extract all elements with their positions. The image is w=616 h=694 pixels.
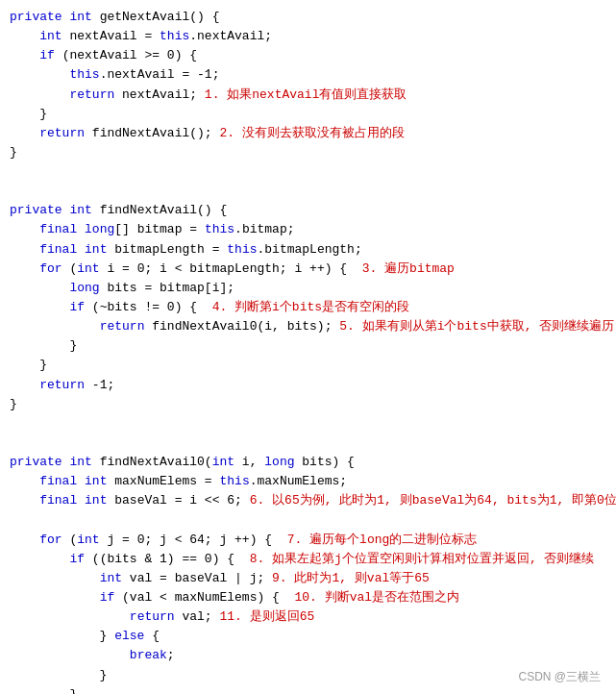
code-line: if (~bits != 0) { 4. 判断第i个bits是否有空闲的段 xyxy=(10,298,606,317)
code-line: return val; 11. 是则返回65 xyxy=(10,607,606,627)
code-line: } xyxy=(10,666,606,685)
code-line: private int getNextAvail() { xyxy=(10,8,606,27)
code-line: return findNextAvail0(i, bits); 5. 如果有则从… xyxy=(10,317,606,336)
code-line: final int bitmapLength = this.bitmapLeng… xyxy=(10,240,606,260)
code-line: int nextAvail = this.nextAvail; xyxy=(10,27,606,46)
code-line: if ((bits & 1) == 0) { 8. 如果左起第j个位置空闲则计算… xyxy=(10,550,606,569)
code-block-3: private int findNextAvail0(int i, long b… xyxy=(10,453,606,694)
code-line: private int findNextAvail() { xyxy=(10,201,606,220)
code-line: final long[] bitmap = this.bitmap; xyxy=(10,220,606,239)
code-line: if (val < maxNumElems) { 10. 判断val是否在范围之… xyxy=(10,588,606,607)
code-line xyxy=(10,510,606,530)
code-line: for (int j = 0; j < 64; j ++) { 7. 遍历每个l… xyxy=(10,531,606,550)
code-line: this.nextAvail = -1; xyxy=(10,65,606,85)
code-line: return -1; xyxy=(10,376,606,395)
code-block-2: private int findNextAvail() { final long… xyxy=(10,201,606,414)
code-line: } xyxy=(10,685,606,694)
code-block-spacer xyxy=(10,172,606,191)
code-line: final int baseVal = i << 6; 6. 以65为例, 此时… xyxy=(10,491,606,510)
code-line: } else { xyxy=(10,627,606,646)
code-line: return findNextAvail(); 2. 没有则去获取没有被占用的段 xyxy=(10,124,606,143)
code-line: return nextAvail; 1. 如果nextAvail有值则直接获取 xyxy=(10,86,606,105)
code-line: final int maxNumElems = this.maxNumElems… xyxy=(10,472,606,491)
code-line: int val = baseVal | j; 9. 此时为1, 则val等于65 xyxy=(10,569,606,588)
code-container: private int getNextAvail() { int nextAva… xyxy=(0,0,616,694)
code-line: } xyxy=(10,336,606,356)
code-line: break; xyxy=(10,646,606,665)
code-line: } xyxy=(10,395,606,414)
code-line: } xyxy=(10,105,606,124)
code-line: } xyxy=(10,143,606,162)
watermark: CSDN @三横兰 xyxy=(518,668,601,686)
code-block-1: private int getNextAvail() { int nextAva… xyxy=(10,8,606,162)
code-line: } xyxy=(10,356,606,375)
code-line: for (int i = 0; i < bitmapLength; i ++) … xyxy=(10,260,606,279)
code-block-spacer2 xyxy=(10,424,606,443)
code-line: private int findNextAvail0(int i, long b… xyxy=(10,453,606,472)
code-line: long bits = bitmap[i]; xyxy=(10,279,606,298)
code-line: if (nextAvail >= 0) { xyxy=(10,46,606,65)
